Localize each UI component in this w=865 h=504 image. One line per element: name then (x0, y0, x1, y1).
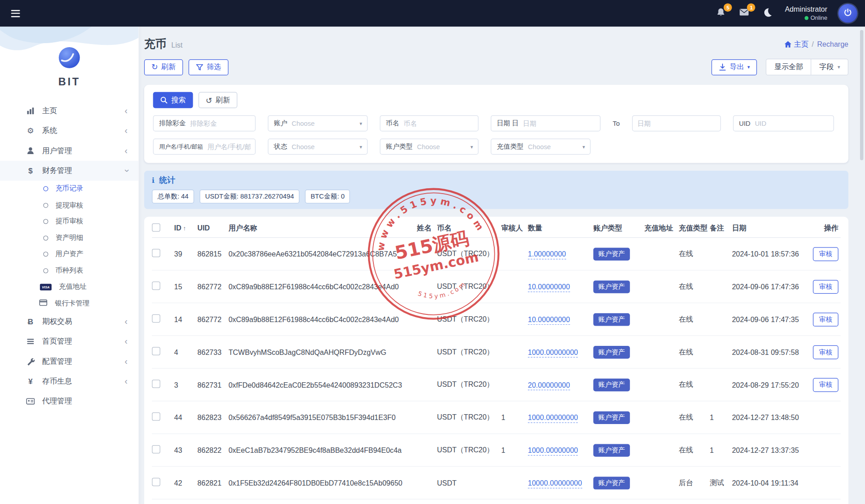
cell-recharge-type: 在线 (679, 282, 710, 292)
cell-uid: 862772 (197, 315, 228, 324)
cell-auditor: 1 (501, 446, 528, 455)
filter-exclude-bonus: 排除彩金 (153, 115, 256, 132)
show-all-button[interactable]: 显示全部 (767, 59, 811, 75)
chevron-down-icon: ▾ (359, 120, 362, 126)
row-checkbox[interactable] (152, 412, 160, 421)
dark-mode-toggle[interactable] (762, 7, 774, 19)
select-all-checkbox[interactable] (152, 223, 160, 232)
breadcrumb-current[interactable]: Recharge (817, 40, 848, 49)
sidebar-subitem-coin-withdraw-review[interactable]: 提币审核 (0, 213, 139, 230)
dollar-icon: $ (26, 166, 35, 175)
chevron-down-icon: ▾ (470, 144, 473, 149)
fields-button[interactable]: 字段▾ (811, 59, 848, 75)
sidebar-item-config[interactable]: 配置管理 ‹ (0, 351, 139, 371)
row-checkbox[interactable] (152, 445, 160, 454)
sidebar-item-options[interactable]: Ƀ 期权交易 ‹ (0, 312, 139, 332)
uid-input[interactable] (753, 119, 833, 127)
cell-account-type: 账户资产 (593, 345, 644, 358)
row-checkbox[interactable] (152, 380, 160, 388)
row-checkbox[interactable] (152, 282, 160, 290)
cell-id: 44 (174, 413, 197, 422)
scrollbar[interactable] (860, 30, 863, 160)
chevron-down-icon: ▾ (359, 144, 362, 149)
sort-asc-icon[interactable]: ↑ (183, 225, 186, 232)
sidebar-item-deposit[interactable]: ¥ 存币生息 ‹ (0, 371, 139, 391)
audit-button[interactable]: 审核 (813, 345, 838, 359)
sidebar-subitem-user-assets[interactable]: 用户资产 (0, 246, 139, 262)
cell-coin: USDT（TRC20） (437, 412, 501, 422)
table-row: 15 862772 0xC89a9b88E12F61988c44cc6bC4c0… (152, 270, 841, 303)
date-end-input[interactable] (633, 119, 720, 127)
cell-recharge-type: 在线 (679, 249, 710, 259)
sidebar-subitem-recharge-records[interactable]: 充币记录 (0, 181, 139, 197)
sidebar-item-homepage[interactable]: 首页管理 ‹ (0, 332, 139, 351)
cell-id: 43 (174, 446, 197, 455)
col-uid: UID (197, 224, 228, 233)
row-checkbox[interactable] (152, 347, 160, 355)
sidebar-subitem-asset-detail[interactable]: 资产明细 (0, 230, 139, 246)
sidebar-item-label: 用户管理 (42, 146, 72, 156)
quantity-link[interactable]: 1000.00000000 (528, 413, 578, 423)
page-title: 充币 (144, 36, 166, 51)
menu-toggle-icon[interactable] (9, 8, 22, 19)
exclude-bonus-input[interactable] (188, 119, 255, 127)
sidebar-subitem-coin-list[interactable]: 币种列表 (0, 262, 139, 279)
audit-button[interactable]: 审核 (813, 280, 838, 294)
sidebar-item-agent[interactable]: 代理管理 (0, 391, 139, 411)
sidebar-item-system[interactable]: ⚙ 系统 ‹ (0, 121, 139, 141)
col-coin: 币名 (437, 223, 501, 233)
row-checkbox[interactable] (152, 478, 160, 486)
quantity-link[interactable]: 1.00000000 (528, 250, 566, 259)
sidebar-subitem-label: 提现审核 (55, 200, 83, 210)
avatar[interactable] (838, 4, 857, 23)
circle-icon (43, 252, 48, 257)
notifications-button[interactable]: 5 (715, 7, 727, 19)
account-type-badge: 账户资产 (593, 378, 630, 391)
sidebar-item-home[interactable]: 主页 ‹ (0, 101, 139, 121)
audit-button[interactable]: 审核 (813, 378, 838, 392)
sidebar-item-label: 主页 (42, 106, 57, 116)
account-type-select[interactable]: Choose ▾ (415, 143, 478, 150)
id-card-icon (26, 397, 35, 406)
bar-chart-icon (26, 106, 35, 115)
sidebar-subitem-bank-cards[interactable]: 银行卡管理 (0, 295, 139, 311)
filter-coin: 币名 (380, 115, 479, 132)
quantity-link[interactable]: 10.00000000 (528, 283, 570, 292)
row-checkbox[interactable] (152, 249, 160, 257)
recharge-type-select[interactable]: Choose ▾ (526, 143, 590, 150)
export-button[interactable]: 导出 ▾ (711, 59, 757, 75)
quantity-link[interactable]: 10.00000000 (528, 315, 570, 325)
breadcrumb-home-link[interactable]: 主页 (784, 39, 808, 49)
cell-coin: USDT（TRC20） (437, 249, 501, 259)
quantity-link[interactable]: 1000.00000000 (528, 348, 578, 357)
refresh-button[interactable]: ↻ 刷新 (144, 59, 183, 75)
account-type-badge: 账户资产 (593, 345, 630, 358)
audit-button[interactable]: 审核 (813, 312, 838, 326)
sidebar-subitem-label: 币种列表 (55, 266, 83, 275)
col-action: 操作 (810, 223, 841, 233)
circle-icon (43, 268, 48, 273)
refresh-icon: ↻ (151, 63, 158, 71)
date-start-input[interactable] (521, 119, 600, 127)
cell-id: 39 (174, 250, 197, 258)
visa-icon: VISA (40, 283, 52, 290)
home-icon (784, 40, 792, 48)
quantity-link[interactable]: 10000.00000000 (528, 479, 582, 488)
audit-button[interactable]: 审核 (813, 247, 838, 261)
quantity-link[interactable]: 1000.00000000 (528, 446, 578, 455)
reset-button[interactable]: ↺ 刷新 (199, 92, 237, 108)
row-checkbox[interactable] (152, 314, 160, 323)
coin-input[interactable] (401, 119, 478, 127)
username-input[interactable] (205, 143, 255, 150)
chevron-left-icon: ‹ (124, 337, 128, 346)
account-select[interactable]: Choose ▾ (289, 119, 367, 127)
filter-button[interactable]: 筛选 (188, 59, 228, 75)
status-select[interactable]: Choose ▾ (289, 143, 367, 150)
quantity-link[interactable]: 20.00000000 (528, 380, 570, 390)
search-button[interactable]: 搜索 (153, 92, 193, 108)
messages-button[interactable]: 1 (738, 7, 750, 19)
sidebar-subitem-recharge-address[interactable]: VISA 充值地址 (0, 279, 139, 295)
sidebar-subitem-withdraw-review[interactable]: 提现审核 (0, 197, 139, 213)
sidebar-item-finance[interactable]: $ 财务管理 ‹ (0, 161, 139, 181)
sidebar-item-users[interactable]: 用户管理 ‹ (0, 141, 139, 160)
